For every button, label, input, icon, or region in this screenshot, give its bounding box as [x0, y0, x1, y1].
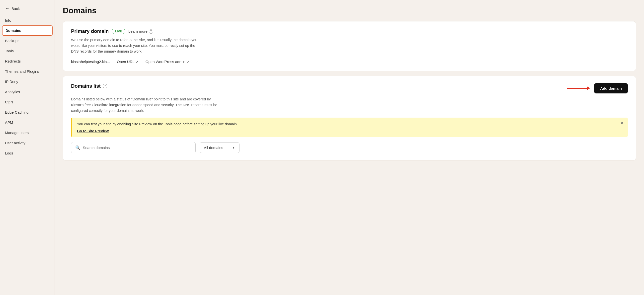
- sidebar-item-label: Domains: [6, 28, 21, 33]
- main-content: Domains Primary domain LIVE Learn more ?…: [55, 0, 644, 295]
- sidebar-item-backups[interactable]: Backups: [0, 36, 54, 46]
- sidebar-item-label: Tools: [5, 49, 14, 53]
- add-domain-row: Add domain: [567, 83, 628, 94]
- search-icon: 🔍: [75, 145, 80, 150]
- open-wp-admin-label: Open WordPress admin: [146, 60, 186, 64]
- sidebar-item-domains[interactable]: Domains: [2, 26, 52, 36]
- sidebar-item-label: User activity: [5, 141, 26, 145]
- red-arrow: [567, 86, 590, 90]
- sidebar-item-label: Redirects: [5, 59, 21, 63]
- back-arrow-icon: ←: [5, 6, 10, 11]
- search-filter-row: 🔍 All domains ▼: [71, 142, 628, 153]
- search-input[interactable]: [83, 146, 192, 150]
- filter-label: All domains: [204, 146, 223, 150]
- back-label: Back: [12, 6, 20, 11]
- search-box: 🔍: [71, 142, 196, 153]
- add-domain-button[interactable]: Add domain: [594, 83, 628, 94]
- back-button[interactable]: ← Back: [0, 4, 54, 15]
- domain-url: kinstahelptesting2.kin...: [71, 60, 110, 64]
- sidebar-item-manage-users[interactable]: Manage users: [0, 128, 54, 138]
- chevron-down-icon: ▼: [232, 146, 235, 150]
- open-url-label: Open URL: [117, 60, 134, 64]
- sidebar-item-logs[interactable]: Logs: [0, 148, 54, 158]
- domains-list-description: Domains listed below with a status of "D…: [71, 96, 220, 114]
- sidebar-item-tools[interactable]: Tools: [0, 46, 54, 56]
- sidebar-item-label: Themes and Plugins: [5, 69, 39, 74]
- sidebar-item-info[interactable]: Info: [0, 15, 54, 26]
- sidebar-item-label: IP Deny: [5, 80, 18, 84]
- sidebar-item-apm[interactable]: APM: [0, 117, 54, 128]
- sidebar-item-analytics[interactable]: Analytics: [0, 87, 54, 97]
- domains-list-info-icon[interactable]: ?: [103, 84, 107, 88]
- open-url-link[interactable]: Open URL ↗: [117, 60, 138, 64]
- sidebar-item-label: Logs: [5, 151, 13, 155]
- primary-domain-title: Primary domain: [71, 28, 109, 34]
- sidebar: ← Back Info Domains Backups Tools Redire…: [0, 0, 55, 295]
- help-circle-icon: ?: [149, 29, 153, 34]
- notice-banner-text: You can test your site by enabling Site …: [77, 122, 623, 127]
- external-link-icon: ↗: [136, 60, 138, 64]
- external-link-icon: ↗: [187, 60, 190, 64]
- sidebar-item-themes-plugins[interactable]: Themes and Plugins: [0, 66, 54, 76]
- sidebar-item-user-activity[interactable]: User activity: [0, 138, 54, 148]
- primary-domain-card: Primary domain LIVE Learn more ? We use …: [63, 21, 636, 71]
- domain-row: kinstahelptesting2.kin... Open URL ↗ Ope…: [71, 60, 628, 64]
- sidebar-item-label: Edge Caching: [5, 110, 28, 114]
- domains-list-title-row: Domains list ?: [71, 83, 107, 89]
- sidebar-item-cdn[interactable]: CDN: [0, 97, 54, 107]
- sidebar-item-edge-caching[interactable]: Edge Caching: [0, 107, 54, 117]
- domains-list-card: Domains list ? Add domain Domains listed…: [63, 76, 636, 160]
- sidebar-item-label: APM: [5, 120, 13, 124]
- sidebar-nav: Info Domains Backups Tools Redirects The…: [0, 15, 54, 158]
- sidebar-item-label: Backups: [5, 38, 20, 43]
- domains-list-title: Domains list: [71, 83, 101, 89]
- learn-more-link[interactable]: Learn more ?: [128, 29, 153, 34]
- page-title: Domains: [63, 6, 636, 15]
- live-badge: LIVE: [112, 29, 125, 34]
- red-arrow-head: [587, 86, 590, 90]
- open-wp-admin-link[interactable]: Open WordPress admin ↗: [146, 60, 190, 64]
- learn-more-label: Learn more: [128, 29, 148, 34]
- sidebar-item-ip-deny[interactable]: IP Deny: [0, 76, 54, 87]
- sidebar-item-label: Manage users: [5, 130, 29, 135]
- red-arrow-line: [567, 88, 587, 89]
- sidebar-item-label: CDN: [5, 100, 13, 104]
- domains-list-header: Domains list ? Add domain: [71, 83, 628, 94]
- notice-close-button[interactable]: ✕: [620, 120, 624, 126]
- primary-domain-header: Primary domain LIVE Learn more ?: [71, 28, 628, 34]
- sidebar-item-label: Analytics: [5, 90, 20, 94]
- primary-domain-description: We use the primary domain to refer to th…: [71, 37, 201, 54]
- notice-site-preview-link[interactable]: Go to Site Preview: [77, 129, 109, 133]
- filter-dropdown[interactable]: All domains ▼: [200, 142, 240, 153]
- sidebar-item-label: Info: [5, 18, 11, 22]
- notice-banner: You can test your site by enabling Site …: [71, 118, 628, 137]
- sidebar-item-redirects[interactable]: Redirects: [0, 56, 54, 66]
